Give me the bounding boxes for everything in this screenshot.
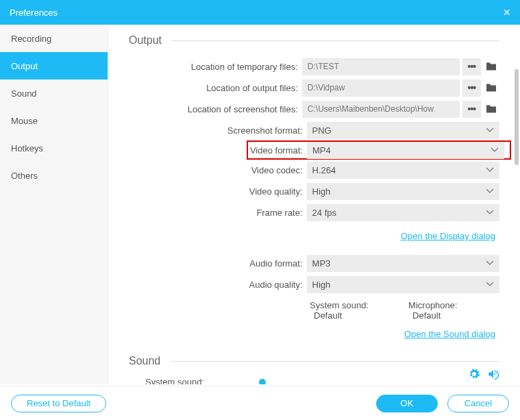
reset-to-default-button[interactable]: Reset to Default xyxy=(11,395,106,412)
sound-section-header: Sound xyxy=(129,355,499,367)
input-output-files[interactable] xyxy=(302,79,460,97)
sidebar-item-recording[interactable]: Recording xyxy=(0,25,108,52)
browse-temp-files-button[interactable]: ••• xyxy=(462,58,481,75)
microphone-label: Microphone: xyxy=(408,300,458,310)
sidebar-item-mouse[interactable]: Mouse xyxy=(0,107,108,134)
section-title: Sound xyxy=(129,355,160,367)
chevron-down-icon xyxy=(486,187,494,195)
open-screenshot-folder-button[interactable] xyxy=(484,101,499,118)
section-divider xyxy=(170,361,499,362)
sidebar-item-sound[interactable]: Sound xyxy=(0,79,108,107)
main-scroll: Output Location of temporary files: ••• … xyxy=(108,25,520,384)
select-value: High xyxy=(312,280,331,290)
folder-icon xyxy=(485,83,497,92)
output-section-header: Output xyxy=(129,34,499,47)
close-icon[interactable]: × xyxy=(503,6,510,18)
ok-button[interactable]: OK xyxy=(376,395,438,412)
label-video-format: Video format: xyxy=(248,145,307,156)
input-screenshot-files[interactable] xyxy=(302,101,460,118)
row-temp-files: Location of temporary files: ••• xyxy=(129,56,499,77)
ellipsis-icon: ••• xyxy=(468,82,476,93)
speaker-icon[interactable] xyxy=(487,368,499,380)
footer: Reset to Default OK Cancel xyxy=(0,386,520,420)
row-audio-quality: Audio quality: High xyxy=(129,274,499,295)
select-value: H.264 xyxy=(312,165,336,175)
scrollbar-thumb[interactable] xyxy=(515,69,519,165)
sidebar-item-hotkeys[interactable]: Hotkeys xyxy=(0,134,108,162)
titlebar: Preferences × xyxy=(0,0,520,25)
audio-info-row: System sound: Default Microphone: Defaul… xyxy=(129,300,499,321)
row-output-files: Location of output files: ••• xyxy=(129,77,499,98)
sidebar-item-label: Mouse xyxy=(11,116,38,126)
display-link-row: Open the Display dialog xyxy=(129,230,499,242)
select-video-codec[interactable]: H.264 xyxy=(307,162,499,179)
body: Recording Output Sound Mouse Hotkeys Oth… xyxy=(0,25,520,384)
button-label: OK xyxy=(401,398,414,408)
select-audio-format[interactable]: MP3 xyxy=(307,255,499,272)
label-audio-format: Audio format: xyxy=(129,258,307,269)
system-sound-info: System sound: Default xyxy=(310,300,382,321)
ellipsis-icon: ••• xyxy=(468,103,476,114)
sidebar-item-others[interactable]: Others xyxy=(0,162,108,189)
system-sound-value: Default xyxy=(314,310,342,321)
row-video-codec: Video codec: H.264 xyxy=(129,160,499,180)
row-system-sound: System sound: xyxy=(129,377,499,384)
chevron-down-icon xyxy=(486,280,494,288)
gear-icon[interactable] xyxy=(468,368,480,380)
label-output-files: Location of output files: xyxy=(129,83,302,93)
row-audio-format: Audio format: MP3 xyxy=(129,253,499,273)
select-value: 24 fps xyxy=(312,208,336,218)
select-value: MP4 xyxy=(312,145,331,156)
sidebar-item-label: Others xyxy=(11,171,38,181)
sidebar-item-label: Hotkeys xyxy=(11,143,43,153)
sidebar-item-output[interactable]: Output xyxy=(0,52,108,79)
select-value: High xyxy=(312,186,331,197)
browse-output-files-button[interactable]: ••• xyxy=(462,79,481,97)
chevron-down-icon xyxy=(486,208,494,217)
label-audio-quality: Audio quality: xyxy=(129,280,307,290)
button-label: Cancel xyxy=(465,398,492,408)
label-video-codec: Video codec: xyxy=(129,165,307,175)
select-video-quality[interactable]: High xyxy=(307,183,499,200)
chevron-down-icon xyxy=(486,259,494,267)
button-label: Reset to Default xyxy=(27,398,90,408)
label-screenshot-files: Location of screenshot files: xyxy=(129,104,302,114)
folder-icon xyxy=(485,104,497,114)
browse-screenshot-files-button[interactable]: ••• xyxy=(462,101,481,118)
folder-icon xyxy=(485,62,497,71)
sound-link-row: Open the Sound dialog xyxy=(129,328,499,340)
input-temp-files[interactable] xyxy=(302,58,460,75)
window-title: Preferences xyxy=(10,8,58,18)
select-video-format[interactable]: MP4 xyxy=(307,142,504,159)
row-video-quality: Video quality: High xyxy=(129,181,499,201)
microphone-value: Default xyxy=(412,310,441,321)
main-panel: Output Location of temporary files: ••• … xyxy=(108,25,520,384)
select-audio-quality[interactable]: High xyxy=(307,276,499,293)
open-output-folder-button[interactable] xyxy=(484,79,499,97)
system-sound-label: System sound: xyxy=(310,300,369,310)
sidebar-item-label: Sound xyxy=(11,88,37,99)
label-frame-rate: Frame rate: xyxy=(129,208,307,218)
sound-icons xyxy=(468,368,499,380)
open-temp-folder-button[interactable] xyxy=(484,58,499,75)
label-video-quality: Video quality: xyxy=(129,186,307,197)
sidebar: Recording Output Sound Mouse Hotkeys Oth… xyxy=(0,25,108,384)
section-divider xyxy=(171,40,499,41)
chevron-down-icon xyxy=(491,146,499,154)
select-frame-rate[interactable]: 24 fps xyxy=(307,204,499,221)
chevron-down-icon xyxy=(486,126,494,134)
select-value: MP3 xyxy=(312,258,331,269)
cancel-button[interactable]: Cancel xyxy=(447,395,509,412)
slider-handle[interactable] xyxy=(259,379,266,385)
sidebar-item-label: Output xyxy=(11,61,38,71)
sidebar-item-label: Recording xyxy=(11,34,51,44)
row-video-format-highlight: Video format: MP4 xyxy=(247,140,511,160)
label-screenshot-format: Screenshot format: xyxy=(129,125,307,136)
open-display-dialog-link[interactable]: Open the Display dialog xyxy=(401,231,495,241)
select-screenshot-format[interactable]: PNG xyxy=(307,122,499,139)
system-sound-label: System sound: xyxy=(145,377,204,384)
row-frame-rate: Frame rate: 24 fps xyxy=(129,202,499,223)
section-title: Output xyxy=(129,34,162,47)
open-sound-dialog-link[interactable]: Open the Sound dialog xyxy=(404,329,495,339)
label-temp-files: Location of temporary files: xyxy=(129,62,302,72)
